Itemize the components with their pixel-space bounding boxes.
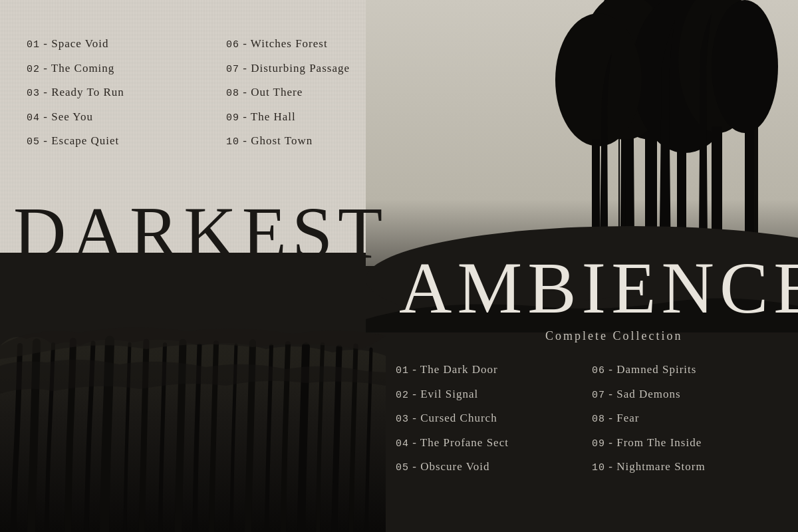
track-item: 03 - Ready To Run <box>27 85 124 100</box>
track-item: 06 - Damned Spirits <box>592 362 706 378</box>
album-subtitle: Complete Collection <box>545 329 682 343</box>
track-item: 08 - Fear <box>592 411 706 426</box>
track-item: 02 - Evil Signal <box>396 387 509 402</box>
track-item: 08 - Out There <box>226 85 350 100</box>
track-item: 02 - The Coming <box>27 61 124 76</box>
album-cover: DARKEST AMBIENCE Complete Collection 01 … <box>0 0 798 532</box>
track-item: 04 - The Profane Sect <box>396 436 509 451</box>
track-item: 10 - Nightmare Storm <box>592 460 706 475</box>
track-item: 04 - See You <box>27 110 124 125</box>
track-item: 01 - Space Void <box>27 37 124 52</box>
svg-point-6 <box>555 13 642 146</box>
track-item: 06 - Witches Forest <box>226 37 350 52</box>
track-item: 01 - The Dark Door <box>396 362 509 378</box>
svg-point-5 <box>712 0 778 133</box>
track-item: 10 - Ghost Town <box>226 134 350 149</box>
track-item: 09 - From The Inside <box>592 436 706 451</box>
tracklist-1-right: 06 - Witches Forest 07 - Disturbing Pass… <box>226 37 350 158</box>
track-item: 03 - Cursed Church <box>396 411 509 426</box>
track-item: 05 - Escape Quiet <box>27 134 124 149</box>
title-ambience: AMBIENCE <box>399 251 798 325</box>
tracklist-1-left: 01 - Space Void 02 - The Coming 03 - Rea… <box>27 37 124 158</box>
tracklist-2-left: 01 - The Dark Door 02 - Evil Signal 03 -… <box>396 362 509 484</box>
tracklist-2-right: 06 - Damned Spirits 07 - Sad Demons 08 -… <box>592 362 706 484</box>
track-item: 07 - Sad Demons <box>592 387 706 402</box>
track-item: 09 - The Hall <box>226 110 350 125</box>
title-darkest: DARKEST <box>13 196 388 269</box>
track-item: 07 - Disturbing Passage <box>226 61 350 76</box>
track-item: 05 - Obscure Void <box>396 460 509 475</box>
